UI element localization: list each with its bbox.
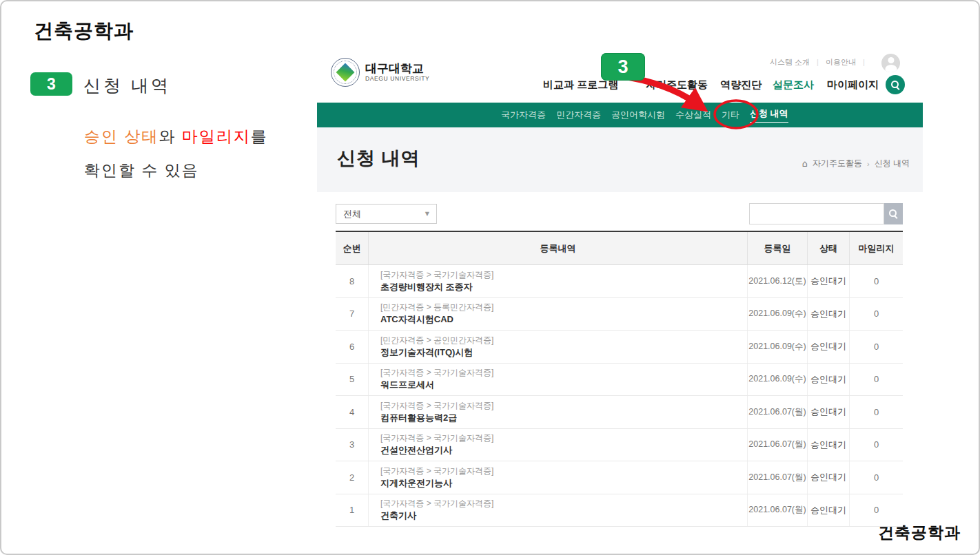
- row-mileage: 0: [850, 364, 903, 396]
- row-mileage: 0: [850, 461, 903, 494]
- row-number: 7: [336, 298, 369, 331]
- row-category: [민간자격증 > 등록민간자격증]: [380, 302, 493, 313]
- description-text: 와: [159, 127, 181, 145]
- row-mileage: 0: [850, 298, 903, 331]
- filter-selected-value: 전체: [343, 208, 361, 220]
- web-page-title: 신청 내역: [337, 146, 420, 171]
- slide: 건축공학과 3 신청 내역 승인 상태와 마일리지를 확인할 수 있음 건축공학…: [0, 0, 980, 555]
- row-date: 2021.06.09(수): [748, 331, 808, 363]
- highlight-orange-text: 승인 상태: [84, 127, 159, 145]
- row-category: [민간자격증 > 공인민간자격증]: [380, 335, 493, 346]
- column-header-details: 등록내역: [369, 232, 748, 264]
- row-category: [국가자격증 > 국가기술자격증]: [380, 432, 493, 443]
- subnav-item-application-history[interactable]: 신청 내역: [750, 107, 788, 123]
- breadcrumb: ⌂ 자기주도활동 › 신청 내역: [802, 158, 910, 169]
- row-details-cell: [국가자격증 > 국가기술자격증] 워드프로세서: [369, 364, 748, 396]
- filter-select[interactable]: 전체 ▼: [336, 204, 437, 224]
- search-input[interactable]: [749, 203, 884, 224]
- table-row: 5 [국가자격증 > 국가기술자격증] 워드프로세서 2021.06.09(수)…: [336, 364, 903, 397]
- row-details-cell: [민간자격증 > 등록민간자격증] ATC자격시험CAD: [369, 298, 748, 331]
- highlight-red-text: 마일리지: [182, 127, 251, 145]
- nav-item-survey[interactable]: 설문조사: [773, 78, 814, 92]
- logo-korean-name: 대구대학교: [365, 62, 429, 75]
- row-category: [국가자격증 > 국가기술자격증]: [380, 269, 493, 280]
- row-item-name[interactable]: 건축기사: [380, 509, 416, 522]
- row-mileage: 0: [850, 429, 903, 461]
- description-text: 를: [251, 127, 268, 145]
- row-date: 2021.06.07(월): [748, 429, 808, 461]
- nav-item-self-directed-activities[interactable]: 자기주도활동: [646, 78, 708, 92]
- table-search-button[interactable]: [884, 203, 903, 224]
- row-date: 2021.06.07(월): [748, 494, 808, 527]
- user-avatar[interactable]: [881, 54, 900, 72]
- table-row: 6 [민간자격증 > 공인민간자격증] 정보기술자격(ITQ)시험 2021.0…: [336, 331, 903, 364]
- header-search-button[interactable]: [886, 75, 905, 94]
- row-category: [국가자격증 > 국가기술자격증]: [380, 498, 493, 509]
- utility-link-usage-guide[interactable]: 이용안내: [826, 57, 872, 67]
- row-number: 6: [336, 331, 369, 363]
- row-date: 2021.06.07(월): [748, 461, 808, 494]
- row-status: 승인대기: [808, 331, 850, 363]
- home-icon[interactable]: ⌂: [802, 158, 808, 169]
- subnav-item-language-test[interactable]: 공인어학시험: [611, 109, 665, 121]
- row-item-name[interactable]: 정보기술자격(ITQ)시험: [380, 346, 473, 359]
- row-item-name[interactable]: 워드프로세서: [380, 378, 434, 391]
- nav-item-my-page[interactable]: 마이페이지: [827, 78, 879, 92]
- step-number-badge: 3: [30, 72, 72, 96]
- row-item-name[interactable]: 컴퓨터활용능력2급: [380, 411, 457, 424]
- row-mileage: 0: [850, 331, 903, 363]
- row-details-cell: [국가자격증 > 국가기술자격증] 초경량비행장치 조종자: [369, 265, 748, 297]
- subnav-item-national-certificate[interactable]: 국가자격증: [501, 109, 546, 121]
- row-date: 2021.06.07(월): [748, 396, 808, 428]
- row-category: [국가자격증 > 국가기술자격증]: [380, 400, 493, 411]
- breadcrumb-item-application-history: 신청 내역: [875, 158, 910, 169]
- search-icon: [891, 81, 900, 90]
- breadcrumb-item-self-directed[interactable]: 자기주도활동: [813, 158, 862, 169]
- table-body: 8 [국가자격증 > 국가기술자격증] 초경량비행장치 조종자 2021.06.…: [336, 265, 903, 527]
- table-header-row: 순번 등록내역 등록일 상태 마일리지: [336, 232, 903, 265]
- row-status: 승인대기: [808, 265, 850, 297]
- breadcrumb-separator: ›: [867, 160, 870, 168]
- row-mileage: 0: [850, 265, 903, 297]
- column-header-no: 순번: [336, 232, 369, 264]
- chevron-down-icon: ▼: [425, 211, 429, 217]
- utility-link-system-intro[interactable]: 시스템 소개: [770, 57, 826, 67]
- row-details-cell: [국가자격증 > 국가기술자격증] 건설안전산업기사: [369, 429, 748, 461]
- logo-english-name: DAEGU UNIVERSITY: [365, 75, 429, 83]
- row-item-name[interactable]: ATC자격시험CAD: [380, 313, 453, 326]
- search-icon: [889, 209, 898, 218]
- row-item-name[interactable]: 초경량비행장치 조종자: [380, 280, 473, 293]
- subnav-item-private-certificate[interactable]: 민간자격증: [556, 109, 601, 121]
- nav-item-competency-diagnosis[interactable]: 역량진단: [720, 78, 762, 92]
- utility-links: 시스템 소개 이용안내: [770, 57, 872, 67]
- page-title-band: 신청 내역 ⌂ 자기주도활동 › 신청 내역: [317, 127, 923, 192]
- column-header-mileage: 마일리지: [850, 232, 903, 264]
- subnav-item-etc[interactable]: 기타: [722, 109, 739, 121]
- row-mileage: 0: [850, 396, 903, 428]
- row-status: 승인대기: [808, 461, 850, 494]
- table-row: 1 [국가자격증 > 국가기술자격증] 건축기사 2021.06.07(월) 승…: [336, 494, 903, 527]
- row-date: 2021.06.09(수): [748, 298, 808, 331]
- row-date: 2021.06.12(토): [748, 265, 808, 297]
- page-title: 건축공학과: [34, 18, 134, 44]
- university-logo[interactable]: 대구대학교 DAEGU UNIVERSITY: [331, 58, 429, 87]
- step-title: 신청 내역: [83, 74, 171, 97]
- table-row: 3 [국가자격증 > 국가기술자격증] 건설안전산업기사 2021.06.07(…: [336, 429, 903, 462]
- row-status: 승인대기: [808, 494, 850, 527]
- subnav-item-awards[interactable]: 수상실적: [675, 109, 711, 121]
- column-header-status: 상태: [808, 232, 850, 264]
- row-status: 승인대기: [808, 298, 850, 331]
- row-item-name[interactable]: 지게차운전기능사: [380, 477, 452, 490]
- website-screenshot: 대구대학교 DAEGU UNIVERSITY 시스템 소개 이용안내 비교과 프…: [317, 1, 923, 555]
- table-row: 8 [국가자격증 > 국가기술자격증] 초경량비행장치 조종자 2021.06.…: [336, 265, 903, 298]
- row-number: 5: [336, 364, 369, 396]
- table-row: 4 [국가자격증 > 국가기술자격증] 컴퓨터활용능력2급 2021.06.07…: [336, 396, 903, 429]
- row-status: 승인대기: [808, 396, 850, 428]
- row-category: [국가자격증 > 국가기술자격증]: [380, 367, 493, 378]
- row-number: 3: [336, 429, 369, 461]
- row-number: 1: [336, 494, 369, 527]
- table-row: 7 [민간자격증 > 등록민간자격증] ATC자격시험CAD 2021.06.0…: [336, 298, 903, 331]
- row-item-name[interactable]: 건설안전산업기사: [380, 443, 452, 457]
- subnav-bar: 국가자격증 민간자격증 공인어학시험 수상실적 기타 신청 내역: [317, 103, 923, 127]
- row-date: 2021.06.09(수): [748, 364, 808, 396]
